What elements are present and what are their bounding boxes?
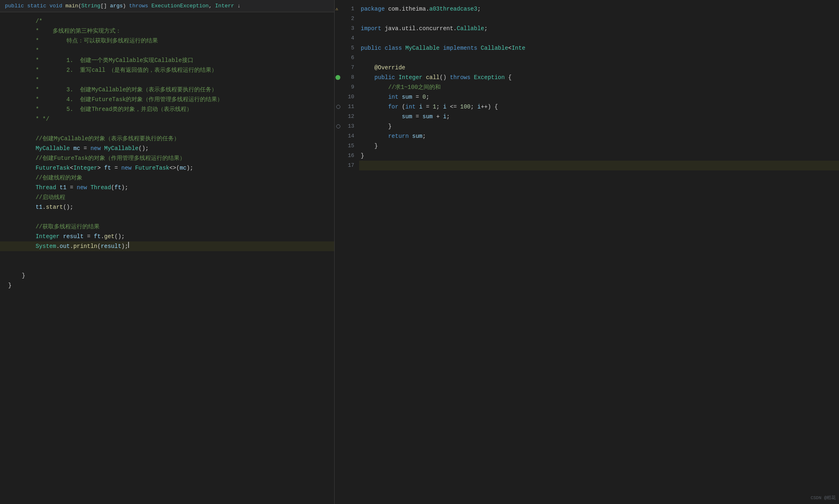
line-number-12: 12: [335, 112, 359, 122]
line-number-11: 11: [335, 102, 359, 112]
code-line: //启动线程: [0, 192, 334, 202]
code-line: }: [0, 271, 334, 281]
method-void: void: [49, 3, 62, 9]
line-number-5: 5: [335, 43, 359, 53]
line-number-4: 4: [335, 33, 359, 43]
line-number-2: 2: [335, 14, 359, 24]
editor-container: public static void main ( String [] args…: [0, 0, 839, 504]
code-line: Thread t1 = new Thread(ft);: [0, 183, 334, 192]
code-line: * 2. 重写call （是有返回值的，表示多线程运行的结果）: [0, 65, 334, 75]
code-line: *: [0, 46, 334, 55]
line-number-17: 17: [335, 161, 359, 170]
code-line: //创建FutureTask的对象（作用管理多线程运行的结果）: [0, 153, 334, 163]
method-signature: public: [5, 3, 24, 9]
code-line: [0, 124, 334, 134]
right-code-line-17: [359, 161, 839, 170]
method-name: main: [65, 3, 78, 9]
code-line: //获取多线程运行的结果: [0, 222, 334, 232]
right-code-line-10: int sum = 0;: [359, 92, 839, 102]
code-line: *: [0, 75, 334, 85]
text-cursor: [128, 242, 129, 248]
right-code-line-4: [359, 33, 839, 43]
code-line: * 特点：可以获取到多线程运行的结果: [0, 36, 334, 46]
code-line: * */: [0, 114, 334, 124]
right-code-line-3: import java.util.concurrent.Callable;: [359, 24, 839, 33]
right-code-line-15: }: [359, 141, 839, 151]
line-number-9: 9: [335, 82, 359, 92]
line-numbers-area: ⚠ 1 2 3 4 5 6 7 8 9 10 11: [335, 0, 839, 504]
line-number-8: 8: [335, 73, 359, 82]
code-line-highlighted: System.out.println(result);: [0, 241, 334, 251]
right-code-line-14: return sum;: [359, 131, 839, 141]
right-code-line-13: }: [359, 122, 839, 131]
right-code-area: package com.itheima.a03threadcase3; impo…: [359, 0, 839, 504]
code-line: [0, 251, 334, 261]
code-line: FutureTask<Integer> ft = new FutureTask<…: [0, 163, 334, 173]
code-line: //创建线程的对象: [0, 173, 334, 183]
line-number-6: 6: [335, 53, 359, 63]
gutter-circle-icon-2: [336, 124, 340, 128]
watermark: CSDN @稻花: [810, 495, 836, 501]
line-number-16: 16: [335, 151, 359, 161]
right-code-line-16: }: [359, 151, 839, 161]
code-line: }: [0, 281, 334, 290]
line-number-1: ⚠ 1: [335, 4, 359, 14]
warning-icon: ⚠: [335, 4, 338, 14]
method-static: static: [27, 3, 47, 9]
right-code-line-8: public Integer call() throws Exception {: [359, 73, 839, 82]
line-number-7: 7: [335, 63, 359, 73]
right-code-line-11: for (int i = 1; i <= 100; i++) {: [359, 102, 839, 112]
line-gutter: ⚠ 1 2 3 4 5 6 7 8 9 10 11: [335, 0, 359, 504]
method-bar: public static void main ( String [] args…: [0, 0, 334, 12]
code-line: [0, 212, 334, 222]
line-number-15: 15: [335, 141, 359, 151]
right-code-line-9: //求1~100之间的和: [359, 82, 839, 92]
code-line: * 3. 创建MyCallable的对象（表示多线程要执行的任务）: [0, 85, 334, 95]
right-code-line-2: [359, 14, 839, 24]
right-panel: ⚠ 1 2 3 4 5 6 7 8 9 10 11: [335, 0, 839, 504]
code-line: * 多线程的第三种实现方式：: [0, 26, 334, 36]
right-code-line-12: sum = sum + i;: [359, 112, 839, 122]
right-code-line-1: package com.itheima.a03threadcase3;: [359, 4, 839, 14]
code-line: /*: [0, 16, 334, 26]
code-line: //创建MyCallable的对象（表示多线程要执行的任务）: [0, 134, 334, 144]
code-line: MyCallable mc = new MyCallable();: [0, 144, 334, 153]
left-code-area: /* * 多线程的第三种实现方式： * 特点：可以获取到多线程运行的结果 * *…: [0, 12, 334, 294]
code-line: * 5. 创建Thread类的对象，并启动（表示线程）: [0, 104, 334, 114]
line-number-14: 14: [335, 131, 359, 141]
right-code-line-7: @Override: [359, 63, 839, 73]
line-number-10: 10: [335, 92, 359, 102]
line-number-13: 13: [335, 122, 359, 131]
left-panel: public static void main ( String [] args…: [0, 0, 335, 504]
gutter-circle-icon: [336, 105, 340, 109]
code-line: * 4. 创建FutureTask的对象（作用管理多线程运行的结果）: [0, 95, 334, 104]
breakpoint-icon[interactable]: [335, 75, 340, 80]
right-code-line-6: [359, 53, 839, 63]
line-number-3: 3: [335, 24, 359, 33]
code-line: Integer result = ft.get();: [0, 232, 334, 241]
code-line: [0, 261, 334, 271]
right-code-line-5: public class MyCallable implements Calla…: [359, 43, 839, 53]
code-line: * 1. 创建一个类MyCallable实现Callable接口: [0, 55, 334, 65]
code-line: t1.start();: [0, 202, 334, 212]
